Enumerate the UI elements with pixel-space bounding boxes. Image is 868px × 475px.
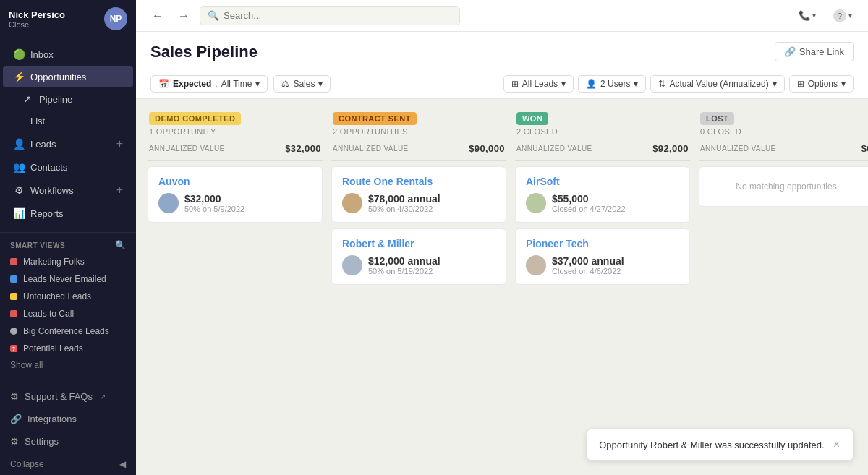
- avatar: [158, 193, 179, 213]
- options-btn[interactable]: ⊞ Options ▾: [789, 75, 854, 93]
- column-badge-lost: LOST: [700, 112, 734, 125]
- help-button[interactable]: ? ▾: [829, 7, 856, 25]
- sort-label: Actual Value (Annualized): [669, 79, 768, 89]
- smart-views-label: SMART VIEWS: [10, 241, 65, 249]
- no-match-label: No matching opportunities: [699, 166, 868, 207]
- card-route-one-rentals[interactable]: Route One Rentals $78,000 annual 50% on …: [331, 166, 506, 223]
- sidebar-item-list[interactable]: List: [3, 111, 133, 132]
- card-title: Auvon: [158, 176, 312, 187]
- card-sub: Closed on 4/6/2022: [552, 267, 624, 275]
- smart-view-potential-leads[interactable]: ? Potential Leads: [0, 340, 136, 357]
- sales-filter-btn[interactable]: ⚖ Sales ▾: [273, 75, 331, 93]
- sidebar-item-label: Contacts: [30, 162, 67, 173]
- search-icon: 🔍: [208, 10, 219, 21]
- users-filter-btn[interactable]: 👤 2 Users ▾: [578, 75, 646, 93]
- sidebar-divider: [0, 232, 136, 233]
- card-amount: $32,000: [184, 193, 244, 205]
- chevron-down-icon: ▾: [634, 79, 638, 89]
- sidebar-close-btn[interactable]: Close: [9, 20, 65, 29]
- card-amount: $78,000 annual: [368, 193, 441, 205]
- annualized-value: $0: [861, 143, 868, 154]
- help-dropdown-icon: ▾: [848, 12, 852, 20]
- topbar-right: 📞 ▾ ? ▾: [794, 7, 856, 25]
- annualized-row-won: ANNUALIZED VALUE $92,000: [515, 140, 690, 161]
- sidebar-bottom-label: Support & FAQs: [25, 391, 93, 402]
- smart-view-leads-to-call[interactable]: Leads to Call: [0, 305, 136, 322]
- smart-view-label: Marketing Folks: [23, 257, 85, 267]
- smart-view-leads-never-emailed[interactable]: Leads Never Emailed: [0, 270, 136, 288]
- leads-add-icon[interactable]: +: [116, 137, 123, 150]
- search-input[interactable]: [224, 10, 452, 21]
- sort-filter-btn[interactable]: ⇅ Actual Value (Annualized) ▾: [650, 75, 784, 93]
- smart-view-dot: [10, 328, 17, 335]
- sidebar-item-contacts[interactable]: 👥 Contacts: [3, 156, 133, 178]
- smart-view-label: Big Conference Leads: [23, 326, 109, 336]
- all-leads-filter-btn[interactable]: ⊞ All Leads ▾: [503, 75, 574, 93]
- sort-icon: ⇅: [658, 79, 665, 89]
- collapse-sidebar-btn[interactable]: Collapse ◀: [0, 453, 136, 475]
- smart-view-label: Potential Leads: [23, 343, 83, 354]
- leads-filter-icon: ⊞: [511, 79, 519, 89]
- back-button[interactable]: ←: [148, 6, 168, 26]
- integrations-icon: 🔗: [10, 414, 22, 424]
- search-box: 🔍: [200, 6, 460, 25]
- column-badge-demo: DEMO COMPLETED: [149, 112, 241, 125]
- kanban-column-demo-completed: DEMO COMPLETED 1 OPPORTUNITY ANNUALIZED …: [148, 108, 323, 466]
- kanban-column-won: WON 2 CLOSED ANNUALIZED VALUE $92,000 Ai…: [515, 108, 690, 466]
- annualized-value: $32,000: [285, 143, 321, 154]
- card-pioneer-tech[interactable]: Pioneer Tech $37,000 annual Closed on 4/…: [515, 228, 690, 285]
- smart-view-label: Leads to Call: [23, 309, 74, 319]
- annualized-label: ANNUALIZED VALUE: [700, 145, 776, 153]
- workflows-icon: ⚙: [13, 184, 25, 196]
- page-header: Sales Pipeline 🔗 Share Link: [136, 32, 868, 69]
- annualized-label: ANNUALIZED VALUE: [516, 145, 592, 153]
- column-header-won: WON 2 CLOSED: [515, 108, 690, 140]
- phone-button[interactable]: 📞 ▾: [794, 7, 820, 24]
- card-robert-miller[interactable]: Robert & Miller $12,000 annual 50% on 5/…: [331, 228, 506, 285]
- calendar-icon: 📅: [158, 79, 169, 89]
- smart-view-big-conference-leads[interactable]: Big Conference Leads: [0, 322, 136, 340]
- card-amount: $12,000 annual: [368, 255, 441, 267]
- avatar: [342, 193, 362, 213]
- column-badge-won: WON: [516, 112, 548, 125]
- sidebar-item-workflows[interactable]: ⚙ Workflows +: [3, 179, 133, 202]
- sidebar-item-pipeline[interactable]: ↗ Pipeline: [3, 88, 133, 110]
- card-sub: 50% on 4/30/2022: [368, 205, 441, 213]
- card-auvon[interactable]: Auvon $32,000 50% on 5/9/2022: [148, 166, 323, 223]
- card-row: $78,000 annual 50% on 4/30/2022: [342, 193, 495, 213]
- users-icon: 👤: [586, 79, 597, 89]
- smart-view-dot: [10, 258, 17, 265]
- card-amount: $55,000: [552, 193, 626, 205]
- column-header-demo: DEMO COMPLETED 1 OPPORTUNITY: [148, 108, 323, 140]
- annualized-label: ANNUALIZED VALUE: [149, 145, 225, 153]
- pipeline-icon: ↗: [22, 93, 33, 105]
- forward-button[interactable]: →: [174, 6, 194, 26]
- workflows-add-icon[interactable]: +: [116, 184, 123, 197]
- card-row: $32,000 50% on 5/9/2022: [158, 193, 312, 213]
- toast-close-button[interactable]: ×: [832, 438, 841, 451]
- sidebar-item-inbox[interactable]: 🟢 Inbox: [3, 43, 133, 65]
- share-link-button[interactable]: 🔗 Share Link: [775, 42, 854, 61]
- smart-view-marketing-folks[interactable]: Marketing Folks: [0, 253, 136, 270]
- card-airsoft[interactable]: AirSoft $55,000 Closed on 4/27/2022: [515, 166, 690, 223]
- smart-views-search-icon[interactable]: 🔍: [115, 240, 127, 250]
- card-details: $32,000 50% on 5/9/2022: [184, 193, 244, 213]
- sidebar-item-reports[interactable]: 📊 Reports: [3, 202, 133, 224]
- expected-filter-btn[interactable]: 📅 Expected: All Time ▾: [150, 75, 268, 93]
- sidebar-item-opportunities[interactable]: ⚡ Opportunities: [3, 66, 133, 87]
- card-row: $12,000 annual 50% on 5/19/2022: [342, 255, 495, 275]
- sidebar-item-leads[interactable]: 👤 Leads +: [3, 132, 133, 155]
- card-sub: 50% on 5/19/2022: [368, 267, 441, 275]
- kanban-column-contract-sent: CONTRACT SENT 2 OPPORTUNITIES ANNUALIZED…: [331, 108, 506, 466]
- support-icon: ⚙: [10, 391, 19, 402]
- sidebar-support-btn[interactable]: ⚙ Support & FAQs ↗: [0, 385, 136, 408]
- show-all-smart-views[interactable]: Show all: [0, 357, 136, 373]
- sidebar-integrations-btn[interactable]: 🔗 Integrations: [0, 408, 136, 430]
- sidebar-settings-btn[interactable]: ⚙ Settings: [0, 430, 136, 453]
- card-amount: $37,000 annual: [552, 255, 624, 267]
- smart-view-untouched-leads[interactable]: Untouched Leads: [0, 288, 136, 305]
- options-label: Options: [808, 79, 838, 89]
- kanban-column-lost: LOST 0 CLOSED ANNUALIZED VALUE $0 No mat…: [699, 108, 868, 466]
- column-sub-lost: 0 CLOSED: [700, 127, 868, 136]
- chevron-down-icon: ▾: [773, 79, 777, 89]
